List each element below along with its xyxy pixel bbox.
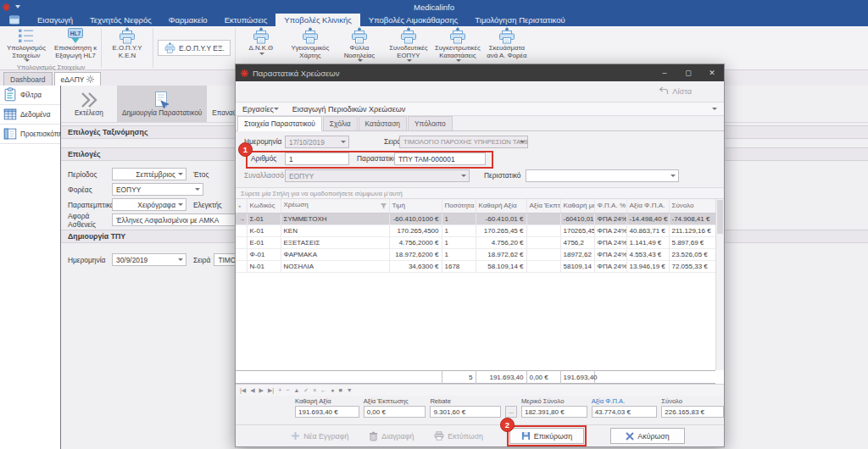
filter-icon[interactable] [381,203,387,211]
column-header[interactable]: Κωδικός [247,199,281,213]
menu-tab[interactable]: Υποβολές Αιμοκάθαρσης [360,14,467,26]
ribbon-separator [101,28,102,68]
ribbon-button[interactable]: Ε.Ο.Π.Υ.Υ ΕΞ. [158,40,231,56]
column-header[interactable]: Αξία Έκπτωση [526,199,560,213]
last-record-icon[interactable]: ▶| [268,387,274,393]
table-cell: Κ-01 [247,224,281,236]
ribbon-button[interactable]: Συγκεντρωτικές Καταστάσεις [433,26,482,63]
table-cell: 58109,14 [560,260,594,272]
tasks-menu[interactable]: Εργασίες [242,105,279,114]
ribbon-button[interactable]: Συνοδευτικές ΕΟΠΥΥ [384,26,433,63]
column-header[interactable]: Καθαρή μετά [560,199,594,213]
next-record-icon[interactable]: ▶ [259,387,264,393]
grid-scrollbar[interactable] [715,199,724,370]
post-edit-icon[interactable]: ✓ [303,387,309,393]
close-button[interactable]: ✕ [700,64,724,81]
filter-grid-icon[interactable]: ▼ [347,387,353,393]
column-header[interactable]: Τιμή [389,199,442,213]
delete-record-icon[interactable]: − [286,387,289,393]
menu-dropdown-caret-icon[interactable] [712,108,717,110]
total-value-input[interactable]: 0,00 € [364,406,426,418]
append-record-icon[interactable]: + [278,387,281,393]
patients-input[interactable]: Έλληνες Ασφαλισμένοι με ΑΜΚΑ [112,213,237,226]
total-value-input[interactable]: 226.165,83 € [661,406,724,418]
menu-tab[interactable]: Εκτυπώσεις [216,14,276,26]
bookmark-icon[interactable]: ● [331,387,334,393]
doc-date-input[interactable]: 17/10/2019 [285,136,349,148]
application-menu-icon[interactable] [0,14,29,26]
table-row[interactable]: →Σ-01ΣΥΜΜΕΤΟΧΗ-60.410,0100 €1-60.410,01 … [236,213,715,224]
table-cell: 4.553,43 € [626,248,669,260]
ribbon-button[interactable]: HL7Επισκόπηση κ Εξαγωγή HL7 [51,26,100,60]
menu-tab[interactable]: Τεχνητός Νεφρός [81,14,160,26]
dialog-tab[interactable]: Σχόλια [323,116,358,130]
toolbar-item[interactable]: Εκτέλεση [61,86,117,122]
retrieve-icon[interactable]: ■ [339,387,342,393]
first-record-icon[interactable]: |◀ [240,387,246,393]
cancel-edit-icon[interactable]: × [313,387,316,393]
column-header[interactable]: Χρέωση [281,199,389,213]
total-value-input[interactable]: 191.693,40 € [295,406,359,418]
period-select[interactable]: Σεπτέμβριος [112,168,186,180]
doc-document-input[interactable]: ΤΠΥ ΤΑΜ-000001 [394,152,486,165]
edit-record-icon[interactable]: ▲ [293,387,299,393]
doc-number-input[interactable]: 1 [285,152,349,165]
dialog-tabs: Στοιχεία ΠαραστατικούΣχόλιαΚατάστασηΥπόλ… [236,116,724,131]
creation-date-input[interactable]: 30/9/2019 [112,253,186,266]
table-cell: 18972,62 [560,248,594,260]
table-row[interactable]: Κ-01ΚΕΝ170.265,45001170.265,45 €170265,4… [236,224,715,236]
dialog-tab[interactable]: Στοιχεία Παραστατικού [237,116,322,131]
table-cell: 40.863,71 € [626,224,669,236]
minimize-button[interactable]: – [653,64,676,81]
table-cell: ΝΟΣΗΛΙΑ [281,260,389,272]
refresh-icon[interactable]: ← [320,387,326,393]
column-header[interactable]: Αξία Φ.Π.Α. [626,199,669,213]
table-row[interactable]: Φ-01ΦΑΡΜΑΚΑ18.972,6200 €118.972,62 €1897… [236,248,715,260]
maximize-button[interactable]: ◻ [676,64,700,81]
doc-series-input[interactable]: ΤΙΜΟΛΟΓΙΟ ΠΑΡΟΧΗΣ ΥΠΗΡΕΣΙΩΝ ΤΑΜΕΙΟΥ [399,136,528,148]
menu-tab[interactable]: Υποβολές Κλινικής [275,14,359,26]
ribbon-button[interactable]: Ε.Ο.Π.Υ.Υ Κ.Ε.Ν [103,26,152,60]
column-header[interactable]: Σύνολο [669,199,715,213]
table-cell: Σ-01 [247,213,281,224]
referrals-select[interactable]: Χειρόγραφα [112,198,186,211]
ribbon-button[interactable]: Υγειονομικός Χάρτης [286,26,335,60]
menu-tab[interactable]: Φαρμακείο [160,14,216,26]
sidebar-item[interactable]: Δεδομένα [0,105,60,125]
agency-select[interactable]: ΕΟΠΥΥ [112,183,203,196]
dialog-tab[interactable]: Κατάσταση [359,116,407,130]
prev-record-icon[interactable]: ◀ [250,387,254,393]
ribbon-button[interactable]: Υπολογισμός Στοιχείων [2,26,51,63]
list-button[interactable]: Λίστα [659,86,692,97]
counterparty-input[interactable]: ΕΟΠΥΥ [285,169,470,182]
footer-button[interactable]: Επικύρωση [509,428,584,444]
column-header[interactable]: Φ.Π.Α. % [594,199,626,213]
ribbon-button[interactable]: Σκευάσματα ανά Α. Φορέα [482,26,531,60]
doc-number-label: Αριθμός [251,154,276,163]
table-cell: 18.972,62 € [476,248,526,260]
sidebar-item[interactable]: Προεπισκόπηση [0,125,60,144]
workspace-tab[interactable]: eΔΑΠΥ [54,72,102,86]
total-label: Σύνολο [661,397,724,405]
rebate-ellipsis-button[interactable]: ... [505,406,517,418]
dialog-tab[interactable]: Υπόλοιπο [408,116,453,130]
toolbar-item[interactable]: Δημιουργία Παραστατικού [117,86,207,122]
workspace-tab[interactable]: Dashboard [3,72,53,86]
printer-icon [498,27,516,44]
footer-button[interactable]: Ακύρωση [610,428,685,444]
column-header[interactable]: Ποσότητα [442,199,476,213]
table-row[interactable]: Ε-01ΕΞΕΤΑΣΕΙΣ4.756,2000 €14.756,20 €4756… [236,236,715,248]
column-header[interactable]: Καθαρή Αξία [476,199,526,213]
dialog-title: Παραστατικά Χρεώσεων [253,69,653,78]
document-fields-panel: Ημερομηνία 17/10/2019 Σειρά ΤΙΜΟΛΟΓΙΟ ΠΑ… [236,131,724,187]
total-value-input[interactable]: 43.774,03 € [592,406,658,418]
table-row[interactable]: Ν-01ΝΟΣΗΛΙΑ34,6300 €167858.109,14 €58109… [236,260,715,272]
total-value-input[interactable]: 182.391,80 € [521,406,587,418]
ribbon-button[interactable]: Δ.Ν.Κ.Θ [236,26,286,56]
menu-tab[interactable]: Τιμολόγηση Περιστατικού [466,14,573,26]
total-value-input[interactable]: 9.301,60 € [430,406,501,418]
ribbon-button[interactable]: Φύλλα Νοσηλείας [335,26,384,63]
incident-select[interactable] [526,169,679,182]
sidebar-item[interactable]: Φίλτρα [0,86,60,105]
menu-tab[interactable]: Εισαγωγή [29,14,81,26]
